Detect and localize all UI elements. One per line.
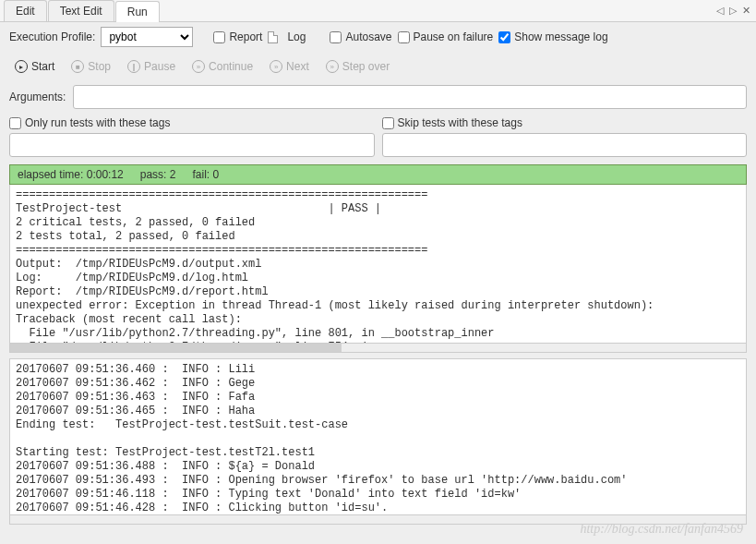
message-log-panel[interactable]: 20170607 09:51:36.460 : INFO : Lili 2017…	[9, 358, 747, 515]
only-tags-input[interactable]	[9, 133, 375, 157]
next-button: »Next	[264, 58, 315, 75]
pause-icon: ‖	[127, 60, 140, 73]
skip-tags-checkbox[interactable]: Skip tests with these tags	[382, 116, 748, 129]
next-icon: »	[270, 60, 282, 73]
step-over-icon: »	[326, 60, 339, 73]
tab-run[interactable]: Run	[115, 1, 160, 22]
continue-button: »Continue	[186, 58, 258, 75]
pause-button: ‖Pause	[122, 58, 181, 75]
log-label[interactable]: Log	[287, 30, 306, 43]
pass-count: pass: 2	[140, 168, 176, 181]
tab-close-icon[interactable]: ✕	[742, 5, 750, 17]
report-checkbox[interactable]: Report	[213, 30, 262, 43]
show-message-log-checkbox[interactable]: Show message log	[498, 30, 607, 43]
tab-edit[interactable]: Edit	[4, 0, 47, 21]
pause-on-failure-checkbox[interactable]: Pause on failure	[398, 30, 494, 43]
watermark: http://blog.csdn.net/fanfan4569	[580, 522, 743, 537]
fail-count: fail: 0	[192, 168, 219, 181]
tab-text-edit[interactable]: Text Edit	[48, 0, 114, 21]
start-button[interactable]: ▸Start	[9, 58, 60, 75]
skip-tags-input[interactable]	[382, 133, 748, 157]
continue-icon: »	[192, 60, 205, 73]
arguments-input[interactable]	[73, 85, 747, 109]
execution-profile-label: Execution Profile:	[9, 30, 95, 43]
stop-icon: ■	[71, 60, 84, 73]
report-doc-icon[interactable]	[268, 31, 278, 43]
stop-button: ■Stop	[66, 58, 116, 75]
elapsed-time: elapsed time: 0:00:12	[18, 168, 124, 181]
tab-next-icon[interactable]: ▷	[729, 5, 737, 17]
autosave-checkbox[interactable]: Autosave	[330, 30, 391, 43]
output-panel[interactable]: ========================================…	[9, 185, 747, 344]
step-over-button: »Step over	[320, 58, 395, 75]
tab-bar: Edit Text Edit Run ◁ ▷ ✕	[0, 0, 756, 22]
execution-profile-select[interactable]: pybot	[101, 27, 193, 47]
only-tags-checkbox[interactable]: Only run tests with these tags	[9, 116, 375, 129]
output-scrollbar[interactable]	[9, 344, 747, 353]
status-bar: elapsed time: 0:00:12 pass: 2 fail: 0	[9, 164, 747, 185]
profile-toolbar: Execution Profile: pybot Report Log Auto…	[0, 22, 756, 52]
tab-prev-icon[interactable]: ◁	[716, 5, 724, 17]
arguments-label: Arguments:	[9, 91, 66, 103]
run-toolbar: ▸Start ■Stop ‖Pause »Continue »Next »Ste…	[0, 52, 756, 81]
play-icon: ▸	[15, 60, 28, 73]
